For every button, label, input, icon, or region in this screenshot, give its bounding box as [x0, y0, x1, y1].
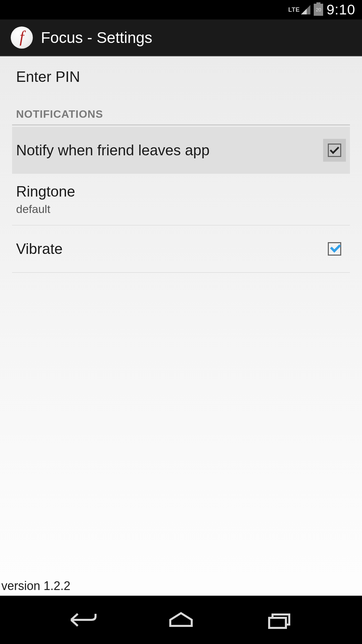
- ringtone-value: default: [16, 203, 75, 216]
- navigation-bar: [0, 596, 362, 644]
- status-bar: LTE 20 9:10: [0, 0, 362, 19]
- ringtone-item[interactable]: Ringtone default: [12, 174, 350, 225]
- signal-icon: [301, 5, 310, 14]
- vibrate-label: Vibrate: [16, 240, 63, 257]
- page-title: Focus - Settings: [41, 29, 152, 47]
- recent-apps-icon: [262, 610, 296, 630]
- app-icon-letter: f: [19, 29, 24, 45]
- version-label: version 1.2.2: [0, 576, 362, 596]
- back-icon: [66, 610, 100, 630]
- clock: 9:10: [326, 2, 355, 18]
- checkmark-icon: [330, 145, 339, 154]
- checkbox-frame: [328, 144, 341, 157]
- back-button[interactable]: [63, 606, 103, 633]
- settings-list: Enter PIN NOTIFICATIONS Notify when frie…: [0, 56, 362, 596]
- network-indicator: LTE: [288, 6, 300, 13]
- battery-icon: 20: [314, 4, 323, 16]
- spacer: [0, 273, 362, 576]
- section-divider: [12, 124, 350, 125]
- checkmark-icon: [330, 242, 341, 253]
- ringtone-label: Ringtone: [16, 183, 75, 200]
- ringtone-text: Ringtone default: [16, 183, 75, 216]
- svg-rect-0: [269, 618, 286, 628]
- notify-friend-item[interactable]: Notify when friend leaves app: [12, 127, 350, 174]
- vibrate-item[interactable]: Vibrate: [12, 225, 350, 273]
- home-icon: [164, 610, 198, 630]
- vibrate-checkbox[interactable]: [323, 237, 346, 260]
- notify-friend-label: Notify when friend leaves app: [16, 142, 209, 159]
- home-button[interactable]: [161, 606, 201, 633]
- action-bar: f Focus - Settings: [0, 19, 362, 56]
- enter-pin-label: Enter PIN: [16, 68, 80, 85]
- notifications-section-header: NOTIFICATIONS: [0, 97, 362, 124]
- enter-pin-item[interactable]: Enter PIN: [0, 56, 362, 97]
- notify-friend-checkbox[interactable]: [323, 139, 346, 162]
- app-icon[interactable]: f: [11, 26, 33, 49]
- checkbox-frame: [328, 242, 341, 256]
- battery-level: 20: [316, 7, 321, 12]
- recent-apps-button[interactable]: [259, 606, 299, 633]
